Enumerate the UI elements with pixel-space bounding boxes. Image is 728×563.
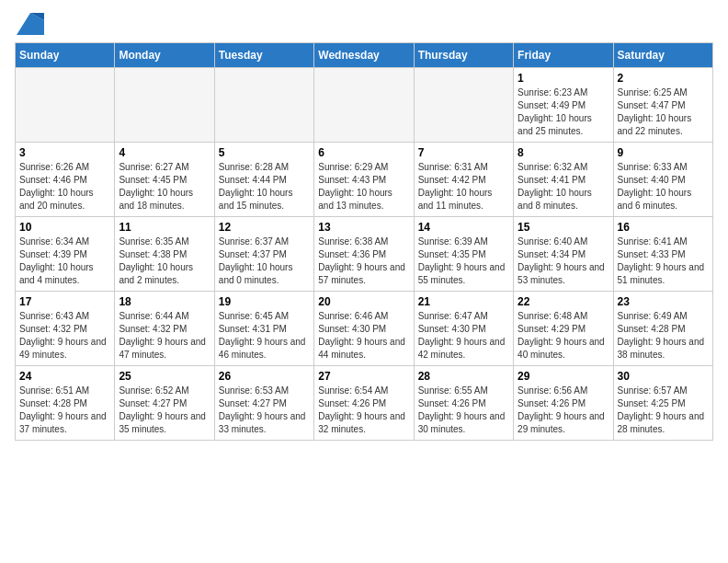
calendar-cell: 12Sunrise: 6:37 AM Sunset: 4:37 PM Dayli…	[214, 217, 313, 292]
calendar-cell: 24Sunrise: 6:51 AM Sunset: 4:28 PM Dayli…	[16, 366, 115, 441]
day-info: Sunrise: 6:31 AM Sunset: 4:42 PM Dayligh…	[418, 161, 509, 213]
day-number: 1	[518, 72, 609, 85]
calendar-cell: 22Sunrise: 6:48 AM Sunset: 4:29 PM Dayli…	[514, 292, 613, 366]
day-number: 30	[618, 370, 709, 383]
day-info: Sunrise: 6:43 AM Sunset: 4:32 PM Dayligh…	[19, 310, 110, 362]
day-number: 7	[418, 146, 509, 159]
day-info: Sunrise: 6:33 AM Sunset: 4:40 PM Dayligh…	[618, 161, 709, 213]
weekday-header-friday: Friday	[514, 43, 613, 68]
day-number: 28	[418, 370, 509, 383]
calendar-cell: 23Sunrise: 6:49 AM Sunset: 4:28 PM Dayli…	[613, 292, 712, 366]
day-info: Sunrise: 6:48 AM Sunset: 4:29 PM Dayligh…	[518, 310, 609, 362]
day-info: Sunrise: 6:27 AM Sunset: 4:45 PM Dayligh…	[119, 161, 210, 213]
day-number: 15	[518, 221, 609, 234]
day-number: 23	[618, 295, 709, 308]
calendar-cell	[214, 68, 313, 143]
day-info: Sunrise: 6:47 AM Sunset: 4:30 PM Dayligh…	[418, 310, 509, 362]
calendar-cell: 29Sunrise: 6:56 AM Sunset: 4:26 PM Dayli…	[514, 366, 613, 441]
day-info: Sunrise: 6:53 AM Sunset: 4:27 PM Dayligh…	[219, 385, 310, 436]
day-info: Sunrise: 6:29 AM Sunset: 4:43 PM Dayligh…	[318, 161, 409, 213]
day-number: 17	[19, 295, 110, 308]
calendar-cell: 13Sunrise: 6:38 AM Sunset: 4:36 PM Dayli…	[314, 217, 414, 292]
day-number: 18	[119, 295, 210, 308]
day-number: 19	[219, 295, 310, 308]
calendar-cell: 27Sunrise: 6:54 AM Sunset: 4:26 PM Dayli…	[314, 366, 414, 441]
day-info: Sunrise: 6:49 AM Sunset: 4:28 PM Dayligh…	[618, 310, 709, 362]
calendar-cell	[314, 68, 414, 143]
day-number: 20	[318, 295, 409, 308]
day-number: 24	[19, 370, 110, 383]
calendar-cell: 19Sunrise: 6:45 AM Sunset: 4:31 PM Dayli…	[214, 292, 313, 366]
calendar-cell	[16, 68, 115, 143]
calendar-cell: 6Sunrise: 6:29 AM Sunset: 4:43 PM Daylig…	[314, 143, 414, 217]
calendar-cell: 10Sunrise: 6:34 AM Sunset: 4:39 PM Dayli…	[16, 217, 115, 292]
day-number: 3	[19, 146, 110, 159]
day-info: Sunrise: 6:38 AM Sunset: 4:36 PM Dayligh…	[318, 236, 409, 287]
day-info: Sunrise: 6:45 AM Sunset: 4:31 PM Dayligh…	[219, 310, 310, 362]
calendar-cell: 3Sunrise: 6:26 AM Sunset: 4:46 PM Daylig…	[16, 143, 115, 217]
calendar-cell: 17Sunrise: 6:43 AM Sunset: 4:32 PM Dayli…	[16, 292, 115, 366]
weekday-header-tuesday: Tuesday	[214, 43, 313, 68]
day-number: 2	[618, 72, 709, 85]
day-info: Sunrise: 6:57 AM Sunset: 4:25 PM Dayligh…	[618, 385, 709, 436]
day-info: Sunrise: 6:55 AM Sunset: 4:26 PM Dayligh…	[418, 385, 509, 436]
day-number: 5	[219, 146, 310, 159]
day-info: Sunrise: 6:37 AM Sunset: 4:37 PM Dayligh…	[219, 236, 310, 287]
day-number: 26	[219, 370, 310, 383]
weekday-header-monday: Monday	[115, 43, 214, 68]
day-number: 6	[318, 146, 409, 159]
day-number: 4	[119, 146, 210, 159]
calendar-cell: 30Sunrise: 6:57 AM Sunset: 4:25 PM Dayli…	[613, 366, 712, 441]
day-number: 8	[518, 146, 609, 159]
calendar-cell	[414, 68, 513, 143]
day-number: 21	[418, 295, 509, 308]
weekday-header-sunday: Sunday	[16, 43, 115, 68]
day-number: 10	[19, 221, 110, 234]
weekday-header-thursday: Thursday	[414, 43, 513, 68]
logo	[15, 15, 44, 33]
day-info: Sunrise: 6:44 AM Sunset: 4:32 PM Dayligh…	[119, 310, 210, 362]
day-info: Sunrise: 6:54 AM Sunset: 4:26 PM Dayligh…	[318, 385, 409, 436]
calendar-cell: 20Sunrise: 6:46 AM Sunset: 4:30 PM Dayli…	[314, 292, 414, 366]
calendar-cell: 7Sunrise: 6:31 AM Sunset: 4:42 PM Daylig…	[414, 143, 513, 217]
calendar-cell: 1Sunrise: 6:23 AM Sunset: 4:49 PM Daylig…	[514, 68, 613, 143]
calendar-cell: 8Sunrise: 6:32 AM Sunset: 4:41 PM Daylig…	[514, 143, 613, 217]
day-info: Sunrise: 6:34 AM Sunset: 4:39 PM Dayligh…	[19, 236, 110, 287]
calendar-cell: 26Sunrise: 6:53 AM Sunset: 4:27 PM Dayli…	[214, 366, 313, 441]
calendar-cell: 14Sunrise: 6:39 AM Sunset: 4:35 PM Dayli…	[414, 217, 513, 292]
calendar-cell: 5Sunrise: 6:28 AM Sunset: 4:44 PM Daylig…	[214, 143, 313, 217]
weekday-header-saturday: Saturday	[613, 43, 712, 68]
day-number: 14	[418, 221, 509, 234]
day-info: Sunrise: 6:46 AM Sunset: 4:30 PM Dayligh…	[318, 310, 409, 362]
header	[15, 15, 713, 33]
day-number: 16	[618, 221, 709, 234]
day-info: Sunrise: 6:35 AM Sunset: 4:38 PM Dayligh…	[119, 236, 210, 287]
calendar-table: SundayMondayTuesdayWednesdayThursdayFrid…	[15, 42, 713, 441]
day-info: Sunrise: 6:40 AM Sunset: 4:34 PM Dayligh…	[518, 236, 609, 287]
day-number: 25	[119, 370, 210, 383]
calendar-cell	[115, 68, 214, 143]
day-number: 22	[518, 295, 609, 308]
calendar-cell: 9Sunrise: 6:33 AM Sunset: 4:40 PM Daylig…	[613, 143, 712, 217]
calendar-cell: 18Sunrise: 6:44 AM Sunset: 4:32 PM Dayli…	[115, 292, 214, 366]
day-info: Sunrise: 6:32 AM Sunset: 4:41 PM Dayligh…	[518, 161, 609, 213]
day-info: Sunrise: 6:28 AM Sunset: 4:44 PM Dayligh…	[219, 161, 310, 213]
calendar-cell: 28Sunrise: 6:55 AM Sunset: 4:26 PM Dayli…	[414, 366, 513, 441]
day-number: 12	[219, 221, 310, 234]
day-info: Sunrise: 6:25 AM Sunset: 4:47 PM Dayligh…	[618, 86, 709, 138]
calendar-cell: 2Sunrise: 6:25 AM Sunset: 4:47 PM Daylig…	[613, 68, 712, 143]
calendar-cell: 25Sunrise: 6:52 AM Sunset: 4:27 PM Dayli…	[115, 366, 214, 441]
day-number: 9	[618, 146, 709, 159]
day-number: 11	[119, 221, 210, 234]
day-number: 13	[318, 221, 409, 234]
day-info: Sunrise: 6:23 AM Sunset: 4:49 PM Dayligh…	[518, 86, 609, 138]
day-info: Sunrise: 6:52 AM Sunset: 4:27 PM Dayligh…	[119, 385, 210, 436]
day-info: Sunrise: 6:51 AM Sunset: 4:28 PM Dayligh…	[19, 385, 110, 436]
day-info: Sunrise: 6:26 AM Sunset: 4:46 PM Dayligh…	[19, 161, 110, 213]
day-number: 29	[518, 370, 609, 383]
logo-icon	[17, 13, 44, 35]
calendar-cell: 15Sunrise: 6:40 AM Sunset: 4:34 PM Dayli…	[514, 217, 613, 292]
day-info: Sunrise: 6:39 AM Sunset: 4:35 PM Dayligh…	[418, 236, 509, 287]
calendar-cell: 11Sunrise: 6:35 AM Sunset: 4:38 PM Dayli…	[115, 217, 214, 292]
calendar-cell: 21Sunrise: 6:47 AM Sunset: 4:30 PM Dayli…	[414, 292, 513, 366]
